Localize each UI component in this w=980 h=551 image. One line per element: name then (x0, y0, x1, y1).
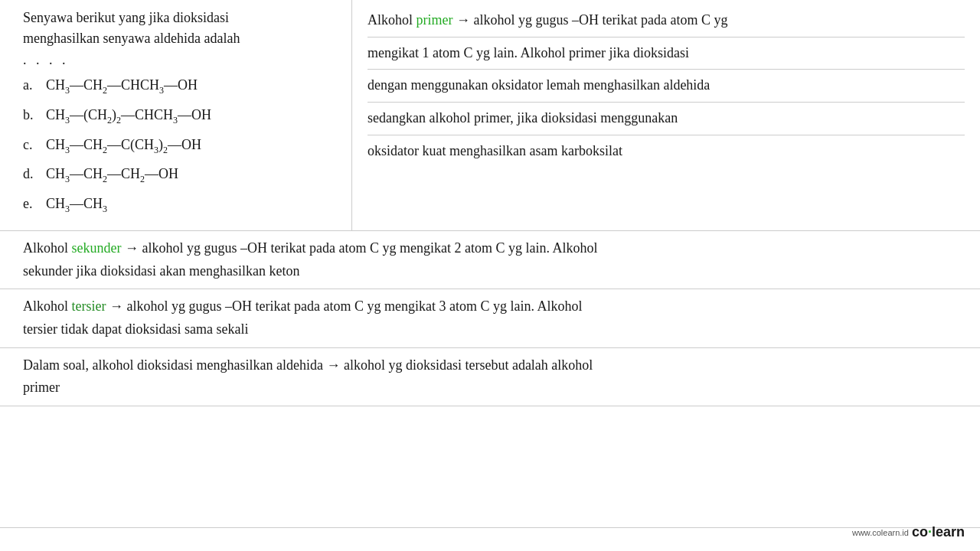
right-panel: Alkohol primer → alkohol yg gugus –OH te… (352, 0, 980, 230)
sekunder-line1-after: → alkohol yg gugus –OH terikat pada atom… (122, 240, 598, 256)
footer: www.colearn.id co·learn (852, 524, 965, 540)
logo-learn: learn (932, 524, 965, 540)
sekunder-section: Alkohol sekunder → alkohol yg gugus –OH … (0, 231, 980, 289)
sekunder-label: sekunder (72, 240, 122, 256)
top-area: Senyawa berikut yang jika dioksidasi men… (0, 0, 980, 231)
primer-detail4: oksidator kuat menghasilkan asam karboks… (368, 143, 622, 158)
question-line1: Senyawa berikut yang jika dioksidasi (23, 10, 229, 25)
option-formula-c: CH3—CH2—C(CH3)2—OH (46, 134, 201, 158)
list-item: a. CH3—CH2—CHCH3—OH (23, 74, 336, 98)
option-formula-a: CH3—CH2—CHCH3—OH (46, 74, 198, 98)
tersier-label: tersier (72, 298, 106, 314)
option-formula-b: CH3—(CH2)2—CHCH3—OH (46, 104, 211, 128)
list-item: b. CH3—(CH2)2—CHCH3—OH (23, 104, 336, 128)
primer-detail1-row: mengikat 1 atom C yg lain. Alkohol prime… (368, 37, 965, 70)
primer-detail2-row: dengan menggunakan oksidator lemah mengh… (368, 70, 965, 103)
option-label-c: c. (23, 134, 37, 156)
option-label-e: e. (23, 193, 37, 215)
primer-detail4-row: oksidator kuat menghasilkan asam karboks… (368, 135, 965, 168)
conclusion-section: Dalam soal, alkohol dioksidasi menghasil… (0, 348, 980, 406)
alkohol-tersier-prefix: Alkohol (23, 298, 72, 314)
alkohol-sekunder-prefix: Alkohol (23, 240, 72, 256)
bottom-divider (0, 527, 980, 528)
primer-def-text: → alkohol yg gugus –OH terikat pada atom… (453, 12, 728, 28)
blank-area (0, 406, 980, 527)
options-list: a. CH3—CH2—CHCH3—OH b. CH3—(CH2)2—CHCH3—… (23, 74, 336, 217)
footer-url: www.colearn.id (852, 528, 909, 537)
tersier-section: Alkohol tersier → alkohol yg gugus –OH t… (0, 289, 980, 347)
option-formula-d: CH3—CH2—CH2—OH (46, 163, 178, 187)
alkohol-label: Alkohol (368, 12, 416, 28)
conclusion-line2: primer (23, 380, 60, 395)
left-panel: Senyawa berikut yang jika dioksidasi men… (0, 0, 352, 230)
primer-detail3: sedangkan alkohol primer, jika dioksidas… (368, 110, 678, 126)
question-line2: menghasilkan senyawa aldehida adalah (23, 31, 240, 46)
primer-detail2: dengan menggunakan oksidator lemah mengh… (368, 77, 710, 93)
tersier-line1-after: → alkohol yg gugus –OH terikat pada atom… (106, 298, 583, 314)
footer-logo: co·learn (912, 524, 965, 540)
question-text: Senyawa berikut yang jika dioksidasi men… (23, 8, 336, 49)
option-label-b: b. (23, 104, 37, 126)
primer-label: primer (416, 12, 453, 28)
conclusion-line1: Dalam soal, alkohol dioksidasi menghasil… (23, 357, 593, 373)
page-layout: Senyawa berikut yang jika dioksidasi men… (0, 0, 980, 551)
question-dots: . . . . (23, 52, 336, 68)
option-formula-e: CH3—CH3 (46, 193, 107, 217)
option-label-d: d. (23, 163, 37, 185)
list-item: e. CH3—CH3 (23, 193, 336, 217)
option-label-a: a. (23, 74, 37, 96)
primer-detail3-row: sedangkan alkohol primer, jika dioksidas… (368, 103, 965, 135)
primer-def-row: Alkohol primer → alkohol yg gugus –OH te… (368, 5, 965, 37)
sekunder-line2: sekunder jika dioksidasi akan menghasilk… (23, 263, 299, 279)
tersier-line2: tersier tidak dapat dioksidasi sama seka… (23, 321, 248, 337)
list-item: c. CH3—CH2—C(CH3)2—OH (23, 134, 336, 158)
list-item: d. CH3—CH2—CH2—OH (23, 163, 336, 187)
logo-co: co (912, 524, 928, 540)
primer-detail1: mengikat 1 atom C yg lain. Alkohol prime… (368, 45, 689, 60)
